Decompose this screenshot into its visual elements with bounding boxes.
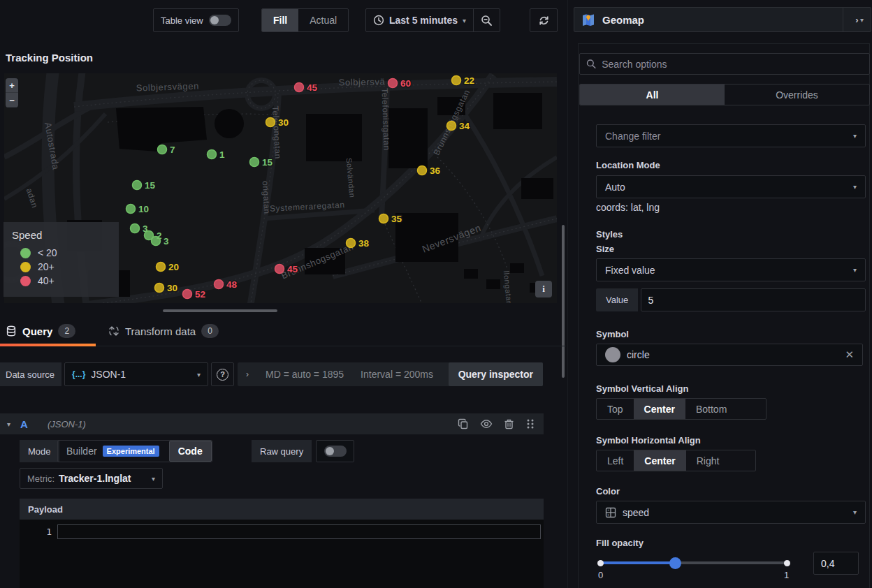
payload-input-line[interactable] <box>57 524 541 539</box>
chevron-right-icon[interactable]: › <box>246 369 249 379</box>
map-point[interactable] <box>379 214 388 223</box>
map-point[interactable] <box>133 181 142 190</box>
vertical-scrollbar[interactable] <box>562 225 565 378</box>
map-point[interactable] <box>208 150 217 159</box>
map-point[interactable] <box>275 265 284 274</box>
line-number: 1 <box>32 527 52 537</box>
legend-item-label: 40+ <box>38 275 54 286</box>
fill-opacity-input[interactable] <box>813 552 859 575</box>
value-label: Value <box>596 288 638 311</box>
map-point[interactable] <box>155 284 164 293</box>
map-point[interactable] <box>250 158 259 167</box>
halign-right-option[interactable]: Right <box>686 450 730 471</box>
visualization-picker[interactable]: Geomap ▾ › <box>574 7 871 32</box>
map-point[interactable] <box>452 76 461 85</box>
map-info-button[interactable]: i <box>535 281 552 297</box>
metric-picker[interactable]: Metric: Tracker-1.lnglat ▾ <box>20 468 163 489</box>
location-mode-select[interactable]: Auto ▾ <box>596 175 866 198</box>
query-inspector-button[interactable]: Query inspector <box>449 362 543 386</box>
hide-query-eye-icon[interactable] <box>480 418 493 429</box>
color-label: Color <box>596 486 620 497</box>
tab-overrides[interactable]: Overrides <box>725 84 869 105</box>
raw-query-toggle[interactable] <box>324 446 347 457</box>
change-filter-select[interactable]: Change filter ▾ <box>596 124 866 147</box>
horizontal-scrollbar[interactable] <box>163 309 277 312</box>
tab-all[interactable]: All <box>580 84 725 105</box>
table-view-label: Table view <box>154 15 209 26</box>
datasource-help-button[interactable]: ? <box>211 362 234 386</box>
valign-top-option[interactable]: Top <box>597 399 634 419</box>
valign-center-option[interactable]: Center <box>634 399 685 419</box>
database-icon <box>6 325 17 337</box>
table-view-toggle[interactable] <box>209 15 231 26</box>
fill-opacity-slider[interactable] <box>600 561 787 564</box>
options-filter-tabs: All Overrides <box>579 84 870 105</box>
map-point[interactable] <box>157 263 166 272</box>
size-value-input[interactable] <box>641 288 866 311</box>
query-row-header[interactable]: ▾ A (JSON-1) <box>0 413 544 434</box>
color-field-select[interactable]: + x speed ▾ <box>596 501 866 524</box>
tab-query[interactable]: Query 2 <box>6 324 75 338</box>
panel-title: Tracking Position <box>6 52 93 64</box>
fill-button[interactable]: Fill <box>262 9 298 31</box>
map-point[interactable] <box>152 237 161 246</box>
time-range-button[interactable]: Last 5 minutes ▾ <box>366 9 473 31</box>
mode-builder-option[interactable]: Builder <box>58 441 106 462</box>
legend-item-label: 20+ <box>38 261 54 272</box>
duplicate-query-icon[interactable] <box>458 418 469 429</box>
active-tab-indicator <box>0 344 96 346</box>
refresh-button[interactable] <box>530 8 558 32</box>
delete-query-icon[interactable] <box>504 418 514 429</box>
options-search[interactable] <box>579 53 870 75</box>
query-ref-name: (JSON-1) <box>48 419 86 429</box>
map-zoom-out-button[interactable]: − <box>6 93 18 108</box>
map-point[interactable] <box>183 290 192 299</box>
map-point-value: 20 <box>168 262 179 272</box>
chevron-down-icon: ▾ <box>853 508 857 516</box>
mode-radio-group: Builder Experimental Code <box>57 440 212 462</box>
fill-opacity-label: Fill opacity <box>596 538 644 548</box>
clear-symbol-icon[interactable]: ✕ <box>845 348 854 361</box>
size-mode-select[interactable]: Fixed value ▾ <box>596 258 866 281</box>
map-zoom-controls: + − <box>6 78 18 108</box>
map-point-value: 45 <box>287 264 298 274</box>
editor-tabs: Query 2 Transform data 0 <box>0 321 566 346</box>
map-point[interactable] <box>447 122 456 131</box>
halign-left-option[interactable]: Left <box>597 450 634 471</box>
map-point[interactable] <box>388 79 398 88</box>
map-point-value: 1 <box>219 149 225 160</box>
collapse-chevron-icon[interactable]: ▾ <box>7 420 10 428</box>
collapse-pane-button[interactable]: › <box>843 8 871 31</box>
query-options-strip: › MD = auto = 1895 Interval = 200ms Quer… <box>238 362 543 386</box>
map-point[interactable] <box>131 224 140 233</box>
payload-header: Payload <box>20 499 544 520</box>
halign-center-option[interactable]: Center <box>634 450 685 471</box>
drag-handle-icon[interactable] <box>525 418 535 429</box>
payload-code-editor[interactable]: 1 <box>20 520 544 588</box>
actual-button[interactable]: Actual <box>298 9 348 31</box>
table-view-control[interactable]: Table view <box>153 8 239 32</box>
map-zoom-in-button[interactable]: + <box>6 78 18 93</box>
map-legend: Speed < 2020+40+ <box>3 222 119 297</box>
map-point[interactable] <box>158 145 167 154</box>
legend-color-dot <box>20 248 31 258</box>
mode-code-option[interactable]: Code <box>169 441 212 462</box>
datasource-picker[interactable]: {...} JSON-1 ▾ <box>64 362 208 386</box>
map-point-value: 22 <box>464 75 474 86</box>
symbol-select[interactable]: circle ✕ <box>596 344 863 366</box>
options-search-input[interactable] <box>602 59 863 70</box>
time-zoom-out-button[interactable] <box>473 9 500 31</box>
map-point[interactable] <box>347 239 356 248</box>
map-point[interactable] <box>266 118 275 127</box>
map-point[interactable] <box>215 280 224 289</box>
slider-handle[interactable] <box>669 557 681 569</box>
tab-transform-data[interactable]: Transform data 0 <box>108 324 219 338</box>
query-count-badge: 2 <box>58 324 75 338</box>
map-point[interactable] <box>295 83 304 92</box>
map-point[interactable] <box>126 205 136 214</box>
search-icon <box>586 59 596 69</box>
svg-text:x: x <box>608 513 610 517</box>
map-point[interactable] <box>418 166 427 175</box>
valign-bottom-option[interactable]: Bottom <box>685 399 737 419</box>
map-point-value: 30 <box>167 283 177 293</box>
